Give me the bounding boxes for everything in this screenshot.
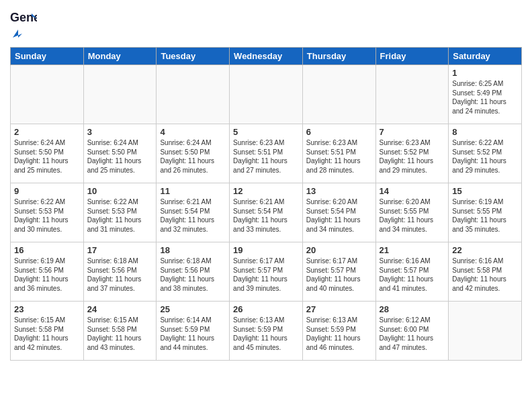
calendar-cell: [449, 302, 522, 361]
day-info: Sunrise: 6:20 AM Sunset: 5:55 PM Dayligh…: [380, 197, 445, 234]
weekday-monday: Monday: [83, 48, 157, 65]
day-number: 14: [380, 186, 445, 196]
day-number: 16: [14, 245, 80, 255]
week-row-5: 23Sunrise: 6:15 AM Sunset: 5:58 PM Dayli…: [11, 302, 522, 361]
calendar-cell: 26Sunrise: 6:13 AM Sunset: 5:59 PM Dayli…: [230, 302, 303, 361]
day-number: 18: [160, 245, 226, 255]
calendar-cell: 24Sunrise: 6:15 AM Sunset: 5:58 PM Dayli…: [83, 302, 157, 361]
day-number: 13: [306, 186, 372, 196]
day-number: 7: [380, 127, 445, 137]
day-number: 8: [452, 127, 518, 137]
day-number: 27: [306, 304, 372, 314]
day-number: 15: [452, 186, 518, 196]
day-info: Sunrise: 6:23 AM Sunset: 5:52 PM Dayligh…: [380, 138, 445, 175]
day-info: Sunrise: 6:15 AM Sunset: 5:58 PM Dayligh…: [14, 316, 80, 352]
day-info: Sunrise: 6:18 AM Sunset: 5:56 PM Dayligh…: [160, 257, 226, 293]
day-number: 28: [380, 304, 445, 314]
day-number: 24: [87, 304, 153, 314]
header: General: [10, 7, 522, 42]
day-info: Sunrise: 6:19 AM Sunset: 5:56 PM Dayligh…: [14, 257, 80, 293]
day-info: Sunrise: 6:19 AM Sunset: 5:55 PM Dayligh…: [452, 197, 518, 234]
day-info: Sunrise: 6:20 AM Sunset: 5:54 PM Dayligh…: [306, 197, 372, 234]
day-info: Sunrise: 6:24 AM Sunset: 5:50 PM Dayligh…: [87, 138, 153, 175]
calendar-cell: 5Sunrise: 6:23 AM Sunset: 5:51 PM Daylig…: [230, 124, 303, 183]
calendar-cell: 7Sunrise: 6:23 AM Sunset: 5:52 PM Daylig…: [375, 124, 449, 183]
week-row-1: 1Sunrise: 6:25 AM Sunset: 5:49 PM Daylig…: [11, 65, 522, 124]
day-number: 3: [87, 127, 153, 137]
calendar-cell: 19Sunrise: 6:17 AM Sunset: 5:57 PM Dayli…: [230, 242, 303, 302]
calendar-cell: 21Sunrise: 6:16 AM Sunset: 5:57 PM Dayli…: [375, 242, 449, 302]
calendar-cell: 9Sunrise: 6:22 AM Sunset: 5:53 PM Daylig…: [11, 183, 84, 242]
day-info: Sunrise: 6:17 AM Sunset: 5:57 PM Dayligh…: [306, 257, 372, 293]
day-info: Sunrise: 6:21 AM Sunset: 5:54 PM Dayligh…: [233, 197, 299, 234]
day-number: 12: [233, 186, 299, 196]
calendar-cell: [302, 65, 375, 124]
calendar-cell: 11Sunrise: 6:21 AM Sunset: 5:54 PM Dayli…: [157, 183, 230, 242]
svg-text:General: General: [10, 11, 37, 24]
day-info: Sunrise: 6:22 AM Sunset: 5:52 PM Dayligh…: [452, 138, 518, 175]
day-info: Sunrise: 6:15 AM Sunset: 5:58 PM Dayligh…: [87, 316, 153, 352]
calendar-cell: [83, 65, 157, 124]
day-number: 23: [14, 304, 80, 314]
weekday-friday: Friday: [375, 48, 449, 65]
calendar-table: SundayMondayTuesdayWednesdayThursdayFrid…: [10, 47, 522, 361]
calendar-cell: 16Sunrise: 6:19 AM Sunset: 5:56 PM Dayli…: [11, 242, 84, 302]
svg-marker-2: [13, 30, 22, 38]
day-number: 20: [306, 245, 372, 255]
calendar-cell: 20Sunrise: 6:17 AM Sunset: 5:57 PM Dayli…: [302, 242, 375, 302]
calendar-cell: 4Sunrise: 6:24 AM Sunset: 5:50 PM Daylig…: [157, 124, 230, 183]
calendar-cell: 22Sunrise: 6:16 AM Sunset: 5:58 PM Dayli…: [449, 242, 522, 302]
week-row-2: 2Sunrise: 6:24 AM Sunset: 5:50 PM Daylig…: [11, 124, 522, 183]
day-info: Sunrise: 6:16 AM Sunset: 5:57 PM Dayligh…: [380, 257, 445, 293]
calendar-cell: 2Sunrise: 6:24 AM Sunset: 5:50 PM Daylig…: [11, 124, 84, 183]
day-info: Sunrise: 6:16 AM Sunset: 5:58 PM Dayligh…: [452, 257, 518, 293]
calendar-cell: 3Sunrise: 6:24 AM Sunset: 5:50 PM Daylig…: [83, 124, 157, 183]
day-number: 9: [14, 186, 80, 196]
weekday-wednesday: Wednesday: [230, 48, 303, 65]
day-info: Sunrise: 6:18 AM Sunset: 5:56 PM Dayligh…: [87, 257, 153, 293]
day-info: Sunrise: 6:17 AM Sunset: 5:57 PM Dayligh…: [233, 257, 299, 293]
calendar-cell: 8Sunrise: 6:22 AM Sunset: 5:52 PM Daylig…: [449, 124, 522, 183]
weekday-saturday: Saturday: [449, 48, 522, 65]
day-info: Sunrise: 6:23 AM Sunset: 5:51 PM Dayligh…: [306, 138, 372, 175]
day-info: Sunrise: 6:12 AM Sunset: 6:00 PM Dayligh…: [380, 316, 445, 352]
day-info: Sunrise: 6:25 AM Sunset: 5:49 PM Dayligh…: [452, 79, 518, 116]
logo: General: [10, 7, 40, 42]
day-info: Sunrise: 6:21 AM Sunset: 5:54 PM Dayligh…: [160, 197, 226, 234]
calendar-cell: 13Sunrise: 6:20 AM Sunset: 5:54 PM Dayli…: [302, 183, 375, 242]
day-number: 11: [160, 186, 226, 196]
calendar-cell: [157, 65, 230, 124]
day-number: 2: [14, 127, 80, 137]
day-info: Sunrise: 6:13 AM Sunset: 5:59 PM Dayligh…: [233, 316, 299, 352]
calendar-cell: 25Sunrise: 6:14 AM Sunset: 5:59 PM Dayli…: [157, 302, 230, 361]
calendar-cell: [11, 65, 84, 124]
calendar-cell: 14Sunrise: 6:20 AM Sunset: 5:55 PM Dayli…: [375, 183, 449, 242]
calendar-cell: 18Sunrise: 6:18 AM Sunset: 5:56 PM Dayli…: [157, 242, 230, 302]
calendar-cell: 1Sunrise: 6:25 AM Sunset: 5:49 PM Daylig…: [449, 65, 522, 124]
week-row-3: 9Sunrise: 6:22 AM Sunset: 5:53 PM Daylig…: [11, 183, 522, 242]
calendar-cell: 17Sunrise: 6:18 AM Sunset: 5:56 PM Dayli…: [83, 242, 157, 302]
day-info: Sunrise: 6:24 AM Sunset: 5:50 PM Dayligh…: [160, 138, 226, 175]
day-number: 25: [160, 304, 226, 314]
day-number: 6: [306, 127, 372, 137]
calendar-cell: 10Sunrise: 6:22 AM Sunset: 5:53 PM Dayli…: [83, 183, 157, 242]
calendar-cell: 28Sunrise: 6:12 AM Sunset: 6:00 PM Dayli…: [375, 302, 449, 361]
day-number: 1: [452, 68, 518, 78]
day-number: 22: [452, 245, 518, 255]
calendar-cell: 6Sunrise: 6:23 AM Sunset: 5:51 PM Daylig…: [302, 124, 375, 183]
day-number: 26: [233, 304, 299, 314]
day-info: Sunrise: 6:22 AM Sunset: 5:53 PM Dayligh…: [14, 197, 80, 234]
weekday-sunday: Sunday: [11, 48, 84, 65]
calendar-body: 1Sunrise: 6:25 AM Sunset: 5:49 PM Daylig…: [11, 65, 522, 361]
day-info: Sunrise: 6:23 AM Sunset: 5:51 PM Dayligh…: [233, 138, 299, 175]
calendar-cell: 15Sunrise: 6:19 AM Sunset: 5:55 PM Dayli…: [449, 183, 522, 242]
weekday-thursday: Thursday: [302, 48, 375, 65]
day-number: 19: [233, 245, 299, 255]
week-row-4: 16Sunrise: 6:19 AM Sunset: 5:56 PM Dayli…: [11, 242, 522, 302]
day-number: 21: [380, 245, 445, 255]
day-info: Sunrise: 6:13 AM Sunset: 5:59 PM Dayligh…: [306, 316, 372, 352]
day-number: 10: [87, 186, 153, 196]
day-number: 17: [87, 245, 153, 255]
calendar-cell: [230, 65, 303, 124]
main-container: General SundayMondayTuesdayWednesdayThur…: [0, 0, 532, 367]
